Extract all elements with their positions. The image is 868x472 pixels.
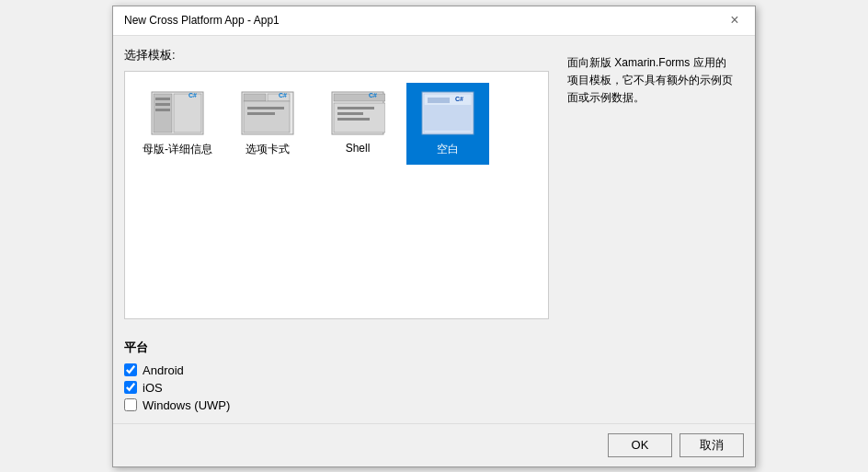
templates-area: C# C# 母版-详细信息 (124, 71, 549, 319)
template-label-shell: Shell (346, 142, 371, 155)
platform-ios-row: iOS (124, 381, 744, 395)
description-panel: 面向新版 Xamarin.Forms 应用的项目模板，它不具有额外的示例页面或示… (560, 47, 744, 319)
dialog-title: New Cross Platform App - App1 (124, 14, 280, 27)
template-icon-tabbed: C# (240, 90, 295, 136)
dialog-body: 选择模板: C# C# (113, 36, 755, 330)
svg-rect-19 (337, 112, 363, 115)
svg-rect-20 (337, 118, 370, 121)
platform-android-checkbox[interactable] (124, 363, 137, 376)
svg-text:C#: C# (455, 96, 463, 102)
svg-rect-25 (424, 105, 472, 131)
template-icon-master-detail: C# C# (150, 90, 205, 136)
dialog-footer: OK 取消 (113, 423, 755, 466)
svg-rect-16 (334, 94, 385, 101)
platform-windows-row: Windows (UWP) (124, 398, 744, 412)
svg-rect-2 (174, 94, 201, 132)
svg-rect-9 (244, 94, 266, 101)
template-description: 面向新版 Xamarin.Forms 应用的项目模板，它不具有额外的示例页面或示… (567, 56, 733, 104)
close-button[interactable]: × (725, 11, 744, 29)
svg-rect-4 (155, 103, 170, 106)
template-icon-shell: C# (330, 90, 385, 136)
svg-text:C#: C# (279, 92, 287, 98)
template-section-label: 选择模板: (124, 47, 549, 63)
title-bar: New Cross Platform App - App1 × (113, 6, 755, 36)
svg-rect-5 (155, 109, 170, 111)
svg-text:C#: C# (188, 92, 197, 98)
platform-ios-checkbox[interactable] (124, 381, 137, 394)
template-blank[interactable]: C# 空白 (406, 83, 489, 165)
platform-ios-label: iOS (143, 381, 163, 395)
svg-rect-18 (337, 107, 374, 109)
left-panel: 选择模板: C# C# (124, 47, 549, 319)
svg-rect-24 (428, 98, 450, 103)
svg-rect-12 (247, 107, 284, 109)
template-shell[interactable]: C# Shell (316, 83, 399, 165)
platform-section: 平台 Android iOS Windows (UWP) (113, 330, 755, 423)
platform-windows-checkbox[interactable] (124, 398, 137, 411)
svg-text:C#: C# (369, 92, 377, 98)
template-label-tabbed: 选项卡式 (246, 142, 290, 157)
template-label-blank: 空白 (437, 142, 459, 157)
ok-button[interactable]: OK (608, 433, 672, 457)
template-tabbed[interactable]: C# 选项卡式 (226, 83, 309, 165)
dialog: New Cross Platform App - App1 × 选择模板: (112, 6, 756, 467)
template-master-detail[interactable]: C# C# 母版-详细信息 (136, 83, 219, 165)
template-label-master-detail: 母版-详细信息 (143, 142, 212, 157)
platform-android-row: Android (124, 363, 744, 377)
svg-rect-13 (247, 112, 275, 115)
platform-windows-label: Windows (UWP) (143, 398, 230, 412)
platform-title: 平台 (124, 340, 744, 356)
template-icon-blank: C# (420, 90, 475, 136)
platform-android-label: Android (143, 363, 184, 377)
cancel-button[interactable]: 取消 (680, 433, 744, 457)
svg-rect-11 (244, 101, 290, 132)
svg-rect-3 (155, 98, 170, 100)
